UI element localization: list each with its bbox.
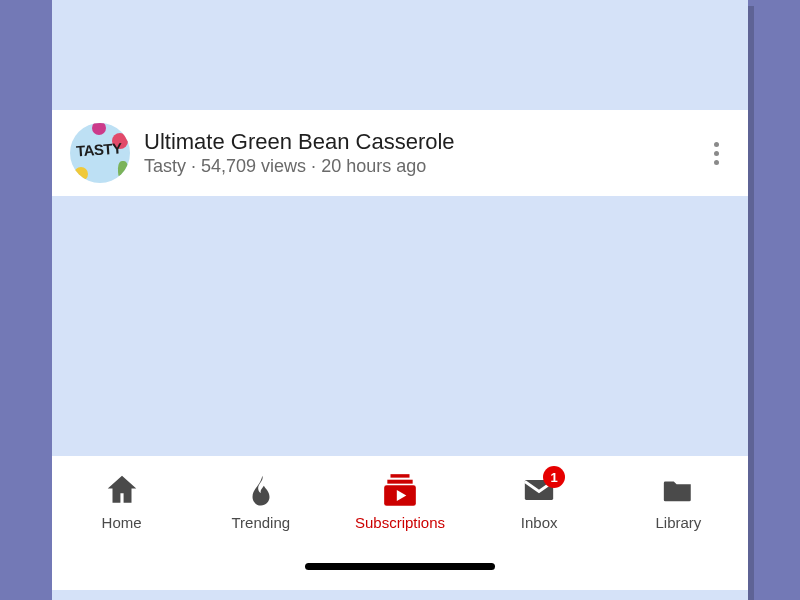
feed-area[interactable]: TASTY Ultimate Green Bean Casserole Tast… [52, 0, 748, 456]
video-subtitle: Tasty · 54,709 views · 20 hours ago [144, 156, 694, 177]
video-list-item[interactable]: TASTY Ultimate Green Bean Casserole Tast… [52, 110, 748, 196]
nav-subscriptions[interactable]: Subscriptions [330, 470, 469, 531]
more-options-icon[interactable] [694, 142, 730, 165]
nav-inbox[interactable]: 1 Inbox [470, 470, 609, 531]
video-meta: Ultimate Green Bean Casserole Tasty · 54… [144, 129, 694, 177]
bottom-navbar: Home Trending Subscriptions [52, 456, 748, 590]
nav-trending[interactable]: Trending [191, 470, 330, 531]
video-title: Ultimate Green Bean Casserole [144, 129, 694, 154]
avatar-label: TASTY [75, 139, 122, 159]
svg-rect-0 [391, 474, 410, 477]
svg-rect-1 [387, 480, 412, 484]
home-icon [102, 470, 142, 510]
mail-icon: 1 [519, 470, 559, 510]
subscriptions-icon [380, 470, 420, 510]
home-indicator[interactable] [305, 563, 495, 570]
folder-icon [658, 470, 698, 510]
nav-home[interactable]: Home [52, 470, 191, 531]
inbox-badge: 1 [543, 466, 565, 488]
channel-avatar[interactable]: TASTY [70, 123, 130, 183]
nav-library[interactable]: Library [609, 470, 748, 531]
phone-screen: TASTY Ultimate Green Bean Casserole Tast… [52, 0, 748, 600]
flame-icon [241, 470, 281, 510]
